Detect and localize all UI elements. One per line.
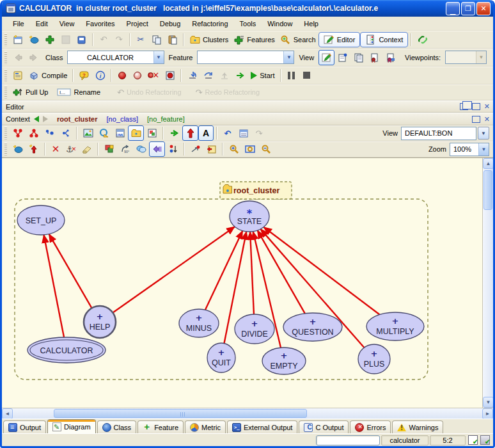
redo-button[interactable]: ↷ [111,32,127,47]
tab-warnings[interactable]: Warnings [392,420,443,433]
toolbar-grip[interactable] [4,33,7,46]
inheritance-link-calculator-to-set_up[interactable] [43,235,64,337]
toolbar-grip[interactable] [4,86,7,99]
tab-c-output[interactable]: C Output [299,420,349,433]
diagram-node-question[interactable]: +QUESTION [283,313,342,341]
class-combobox-dropdown-icon[interactable]: ▼ [153,51,164,63]
zoom-fit-button[interactable] [242,141,258,157]
diagram-history-button[interactable] [235,125,251,141]
history-back-button[interactable] [10,50,26,65]
paste-button[interactable] [164,32,180,47]
new-inheritance-tool-button[interactable] [26,141,42,157]
link-tool-button[interactable] [414,32,430,47]
new-class-tool-button[interactable] [10,141,26,157]
inheritance-link-minus-to-state[interactable] [205,231,242,310]
step-out-button[interactable] [216,68,232,83]
scroll-up-icon[interactable]: ▲ [483,158,494,169]
toolbar-grip[interactable] [4,127,7,140]
save-all-button[interactable] [74,32,90,47]
client-links-button[interactable] [26,125,42,141]
color-settings-button[interactable] [144,125,160,141]
tab-external-output[interactable]: External Output [227,420,297,433]
view-contract-button[interactable] [366,50,382,65]
rotate-button[interactable]: 90° [117,141,133,157]
editor-toggle-button[interactable]: Editor [318,32,361,47]
eraser-button[interactable] [79,141,95,157]
redo-refactoring-button[interactable]: ↷ Redo Refactoring [193,84,263,100]
tab-diagram[interactable]: Diagram [47,419,96,433]
toggle-arrows-button[interactable] [149,141,165,157]
search-button[interactable]: Search [278,32,318,47]
inheritance-link-divide-to-state[interactable] [250,232,254,314]
rename-button[interactable]: I... Rename [54,84,103,100]
diagram-node-divide[interactable]: +DIVIDE [235,314,274,344]
menu-tools[interactable]: Tools [234,18,262,29]
info-button[interactable]: i [92,68,108,83]
editor-close-icon[interactable]: ✕ [484,103,490,110]
step-into-button[interactable] [184,68,200,83]
diagram-node-plus[interactable]: +PLUS [358,344,390,374]
cluster-view-button[interactable] [128,125,144,141]
vertical-scroll-thumb[interactable] [483,170,492,210]
scroll-right-icon[interactable]: ► [482,408,493,419]
uml-view-button[interactable]: UML [112,125,128,141]
edit-note-button[interactable] [203,141,219,157]
copy-button[interactable] [148,32,164,47]
diagram-node-state[interactable]: *STATE [230,201,269,232]
undo-refactoring-button[interactable]: ↶ Undo Refactoring [114,84,184,100]
menu-window[interactable]: Window [262,18,298,29]
inheritance-links-button[interactable] [10,125,26,141]
create-link-button[interactable] [187,141,203,157]
undo-button[interactable]: ↶ [96,32,111,47]
context-cluster-link[interactable]: root_cluster [57,115,98,123]
menu-refactoring[interactable]: Refactoring [186,18,233,29]
maximize-button[interactable]: ❐ [461,2,475,15]
sort-links-button[interactable] [165,141,181,157]
zoom-in-button[interactable] [226,141,242,157]
zoom-combobox-dropdown-icon[interactable]: ▼ [478,143,489,156]
menu-file[interactable]: File [7,18,30,29]
tab-class[interactable]: Class [97,420,137,433]
context-close-icon[interactable]: ✕ [484,116,490,123]
aggregate-links-button[interactable] [58,125,74,141]
scroll-left-icon[interactable]: ◄ [2,408,13,419]
toggle-labels-button[interactable]: A [198,125,214,141]
context-feature-link[interactable]: [no_feature] [147,115,185,123]
zoom-combobox[interactable]: 100% ▼ [450,143,489,156]
context-back-icon[interactable] [34,116,39,122]
close-button[interactable]: ✕ [476,2,491,15]
class-combobox[interactable]: CALCULATOR ▼ [67,51,164,64]
context-class-link[interactable]: [no_class] [107,115,139,123]
diagram-node-set_up[interactable]: SET_UP [17,205,65,235]
save-button[interactable] [58,32,74,47]
crop-diagram-button[interactable] [96,125,112,141]
diagram-view-dropdown-icon[interactable]: ▼ [478,127,489,140]
view-interface-button[interactable] [382,50,398,65]
toolbar-grip[interactable] [4,143,7,156]
view-editor-button[interactable] [318,50,334,65]
view-clickable-button[interactable] [350,50,366,65]
enable-breakpoints-button[interactable] [114,68,130,83]
menu-project[interactable]: Project [121,18,154,29]
compile-button[interactable]: Compile [26,68,70,83]
toggle-inheritance-button[interactable] [182,125,198,141]
clusters-button[interactable]: Clusters [187,32,231,47]
menu-view[interactable]: View [54,18,81,29]
show-breakpoints-button[interactable] [162,68,178,83]
cluster-label[interactable]: root_cluster [220,182,292,199]
inheritance-link-help-to-state[interactable] [113,227,235,312]
feature-combobox-dropdown-icon[interactable]: ▼ [283,51,294,63]
minimize-button[interactable]: ▁ [446,2,460,15]
project-settings-button[interactable] [10,68,26,83]
start-button[interactable]: Start [248,68,277,83]
step-over-button[interactable] [200,68,216,83]
zoom-out-button[interactable] [258,141,274,157]
relayout-button[interactable] [166,125,182,141]
pull-up-button[interactable]: Pull Up [10,84,51,100]
tab-output[interactable]: Output [3,420,46,433]
run-to-cursor-button[interactable] [232,68,248,83]
toolbar-grip[interactable] [4,69,7,82]
disable-breakpoints-button[interactable] [130,68,145,83]
supplier-links-button[interactable] [42,125,58,141]
export-image-button[interactable] [80,125,96,141]
